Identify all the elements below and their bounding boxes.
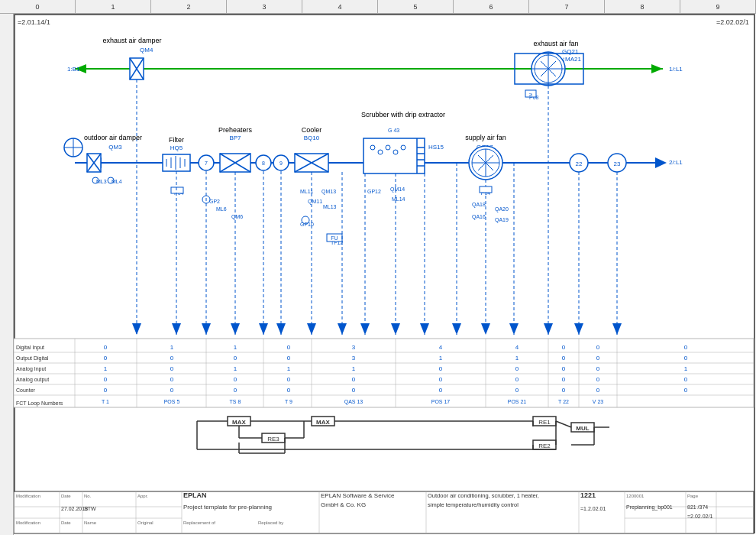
svg-text:0: 0 — [684, 376, 688, 383]
svg-text:0: 0 — [287, 387, 291, 394]
ml6-label: ML6 — [216, 206, 227, 212]
svg-text:Name: Name — [84, 520, 97, 525]
bus-ref-2l1: 2/:L1 — [669, 159, 683, 166]
svg-marker-94 — [259, 323, 268, 335]
svg-text:Page: Page — [687, 494, 699, 498]
svg-text:GmbH & Co. KG: GmbH & Co. KG — [321, 501, 366, 508]
ml4-label: ML4 — [111, 179, 122, 184]
svg-text:Digital Input: Digital Input — [16, 345, 44, 351]
svg-text:0: 0 — [515, 376, 519, 383]
svg-marker-105 — [574, 323, 583, 335]
ruler-cell-3: 3 — [227, 0, 302, 13]
svg-text:0: 0 — [684, 344, 688, 351]
svg-text:STW: STW — [84, 506, 96, 511]
svg-text:0: 0 — [439, 387, 443, 394]
svg-text:0: 0 — [287, 355, 291, 362]
svg-text:0: 0 — [515, 387, 519, 394]
svg-text:1: 1 — [352, 365, 356, 372]
svg-marker-92 — [202, 323, 211, 335]
svg-text:0: 0 — [234, 355, 237, 362]
svg-text:0: 0 — [104, 344, 108, 351]
svg-text:8: 8 — [262, 160, 265, 166]
gp12-label: GP12 — [367, 189, 381, 194]
bus-ref-1b1: 1:B1 — [67, 66, 80, 73]
ml14-label: ML14 — [392, 196, 405, 202]
svg-marker-106 — [612, 323, 622, 335]
svg-rect-26 — [171, 187, 183, 193]
svg-text:1: 1 — [234, 344, 237, 351]
svg-text:Appr.: Appr. — [137, 494, 148, 498]
bq10-label: BQ10 — [304, 135, 320, 141]
svg-text:=1.2.02.01: =1.2.02.01 — [580, 506, 606, 511]
svg-marker-104 — [544, 323, 553, 335]
ruler-cell-9: 9 — [680, 0, 756, 13]
svg-text:0: 0 — [352, 387, 356, 394]
svg-text:TS 8: TS 8 — [230, 399, 241, 404]
svg-marker-100 — [420, 323, 429, 335]
ruler-cell-1: 1 — [76, 0, 151, 13]
ruler-cell-7: 7 — [529, 0, 605, 13]
svg-text:0: 0 — [562, 387, 566, 394]
svg-text:EPLAN: EPLAN — [183, 491, 207, 499]
svg-text:0: 0 — [170, 355, 174, 362]
qm11-label: QM11 — [308, 199, 322, 205]
svg-marker-97 — [338, 323, 347, 335]
svg-marker-98 — [360, 323, 370, 335]
schematic-svg: =2.01.14/1 =2.02.02/1 exhaust air damper… — [14, 14, 756, 535]
svg-text:1200001: 1200001 — [626, 494, 645, 498]
svg-text:2i: 2i — [529, 92, 533, 97]
svg-text:1: 1 — [515, 355, 519, 362]
qm6-label: QM6 — [231, 214, 243, 220]
svg-text:Replaced by: Replaced by — [258, 520, 283, 525]
svg-text:EPLAN Software & Service: EPLAN Software & Service — [321, 492, 395, 499]
top-ruler: 0 1 2 3 4 5 6 7 8 9 — [0, 0, 756, 14]
bus-ref-1l1: 1/:L1 — [669, 66, 683, 73]
svg-text:0: 0 — [170, 387, 174, 394]
svg-text:=2.02.02/1: =2.02.02/1 — [687, 514, 712, 519]
svg-marker-99 — [391, 323, 400, 335]
ruler-cell-8: 8 — [605, 0, 680, 13]
svg-marker-91 — [172, 323, 181, 335]
svg-text:1: 1 — [684, 365, 688, 372]
re3-label: RE3 — [267, 436, 279, 443]
svg-text:0: 0 — [562, 355, 566, 362]
ruler-cell-0: 0 — [0, 0, 76, 13]
svg-text:simple temperature/humidity co: simple temperature/humidity control — [428, 501, 519, 508]
filter-label: Filter — [169, 136, 184, 144]
svg-text:Modification: Modification — [16, 520, 40, 525]
svg-text:0: 0 — [104, 355, 108, 362]
scrubber-label: Scrubber with drip extractor — [361, 111, 445, 118]
svg-marker-4 — [651, 64, 663, 73]
svg-text:T 22: T 22 — [558, 399, 569, 404]
svg-text:23: 23 — [614, 160, 621, 167]
svg-text:0: 0 — [596, 344, 600, 351]
svg-text:0: 0 — [234, 387, 237, 394]
svg-text:MAX: MAX — [316, 419, 330, 426]
cooler-label: Cooler — [302, 126, 322, 134]
svg-text:22: 22 — [576, 160, 583, 167]
svg-text:1: 1 — [234, 365, 237, 372]
svg-text:4: 4 — [515, 344, 519, 351]
outdoor-air-damper-label: outdoor air damper — [84, 134, 142, 141]
svg-text:3: 3 — [352, 355, 356, 362]
svg-text:0: 0 — [170, 376, 174, 383]
svg-text:0: 0 — [170, 365, 174, 372]
svg-marker-90 — [132, 323, 141, 335]
svg-text:0: 0 — [439, 376, 443, 383]
exhaust-air-fan-label: exhaust air fan — [533, 40, 578, 47]
ruler-cell-6: 6 — [454, 0, 529, 13]
hq5-label: HQ5 — [170, 144, 183, 151]
svg-text:Analog output: Analog output — [16, 377, 49, 383]
svg-text:7: 7 — [205, 160, 208, 166]
svg-text:1: 1 — [170, 344, 174, 351]
svg-text:0: 0 — [596, 387, 600, 394]
svg-text:0: 0 — [684, 387, 688, 394]
svg-text:Date: Date — [61, 520, 71, 525]
qa18-label: QA18 — [472, 202, 486, 208]
svg-text:0: 0 — [596, 365, 600, 372]
svg-text:0: 0 — [439, 365, 443, 372]
svg-text:FCT Loop Numbers: FCT Loop Numbers — [16, 400, 63, 407]
svg-text:Replacement of: Replacement of — [183, 520, 215, 525]
svg-rect-73 — [480, 186, 492, 193]
svg-text:3: 3 — [352, 344, 356, 351]
